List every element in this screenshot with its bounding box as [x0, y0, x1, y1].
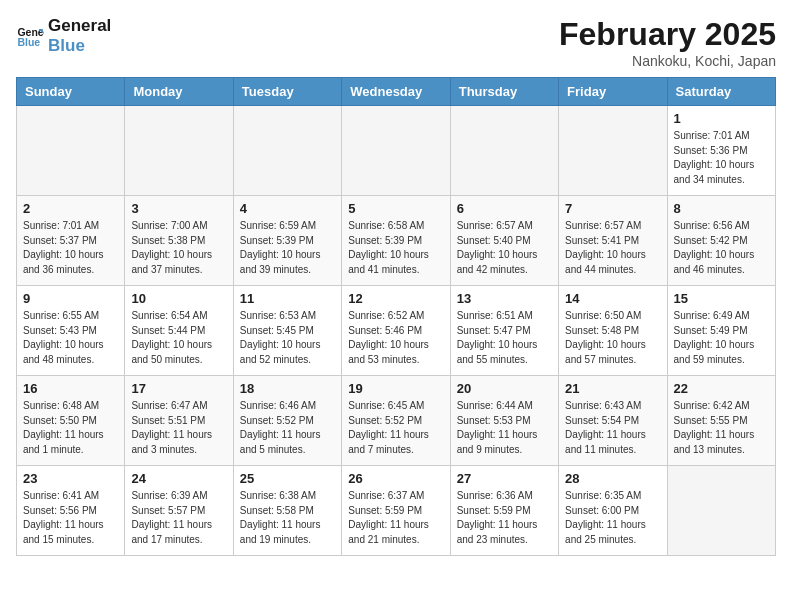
day-cell: 9Sunrise: 6:55 AM Sunset: 5:43 PM Daylig…: [17, 286, 125, 376]
day-cell: 16Sunrise: 6:48 AM Sunset: 5:50 PM Dayli…: [17, 376, 125, 466]
day-cell: [667, 466, 775, 556]
day-info: Sunrise: 6:55 AM Sunset: 5:43 PM Dayligh…: [23, 309, 118, 367]
day-number: 11: [240, 291, 335, 306]
day-cell: [559, 106, 667, 196]
day-cell: 10Sunrise: 6:54 AM Sunset: 5:44 PM Dayli…: [125, 286, 233, 376]
weekday-header-wednesday: Wednesday: [342, 78, 450, 106]
weekday-header-saturday: Saturday: [667, 78, 775, 106]
day-number: 3: [131, 201, 226, 216]
day-info: Sunrise: 6:38 AM Sunset: 5:58 PM Dayligh…: [240, 489, 335, 547]
day-info: Sunrise: 6:46 AM Sunset: 5:52 PM Dayligh…: [240, 399, 335, 457]
day-cell: 28Sunrise: 6:35 AM Sunset: 6:00 PM Dayli…: [559, 466, 667, 556]
logo-blue: Blue: [48, 36, 111, 56]
day-number: 14: [565, 291, 660, 306]
day-cell: 15Sunrise: 6:49 AM Sunset: 5:49 PM Dayli…: [667, 286, 775, 376]
day-cell: 19Sunrise: 6:45 AM Sunset: 5:52 PM Dayli…: [342, 376, 450, 466]
day-number: 21: [565, 381, 660, 396]
day-cell: 14Sunrise: 6:50 AM Sunset: 5:48 PM Dayli…: [559, 286, 667, 376]
day-info: Sunrise: 6:58 AM Sunset: 5:39 PM Dayligh…: [348, 219, 443, 277]
day-cell: [342, 106, 450, 196]
day-info: Sunrise: 6:37 AM Sunset: 5:59 PM Dayligh…: [348, 489, 443, 547]
day-cell: [450, 106, 558, 196]
weekday-header-row: SundayMondayTuesdayWednesdayThursdayFrid…: [17, 78, 776, 106]
week-row-1: 1Sunrise: 7:01 AM Sunset: 5:36 PM Daylig…: [17, 106, 776, 196]
day-cell: 6Sunrise: 6:57 AM Sunset: 5:40 PM Daylig…: [450, 196, 558, 286]
day-info: Sunrise: 6:47 AM Sunset: 5:51 PM Dayligh…: [131, 399, 226, 457]
day-info: Sunrise: 6:44 AM Sunset: 5:53 PM Dayligh…: [457, 399, 552, 457]
day-cell: [125, 106, 233, 196]
day-number: 27: [457, 471, 552, 486]
day-info: Sunrise: 6:41 AM Sunset: 5:56 PM Dayligh…: [23, 489, 118, 547]
day-number: 1: [674, 111, 769, 126]
day-info: Sunrise: 6:53 AM Sunset: 5:45 PM Dayligh…: [240, 309, 335, 367]
week-row-3: 9Sunrise: 6:55 AM Sunset: 5:43 PM Daylig…: [17, 286, 776, 376]
day-number: 9: [23, 291, 118, 306]
day-cell: 11Sunrise: 6:53 AM Sunset: 5:45 PM Dayli…: [233, 286, 341, 376]
day-cell: 22Sunrise: 6:42 AM Sunset: 5:55 PM Dayli…: [667, 376, 775, 466]
day-cell: 23Sunrise: 6:41 AM Sunset: 5:56 PM Dayli…: [17, 466, 125, 556]
day-info: Sunrise: 6:39 AM Sunset: 5:57 PM Dayligh…: [131, 489, 226, 547]
day-info: Sunrise: 6:51 AM Sunset: 5:47 PM Dayligh…: [457, 309, 552, 367]
day-cell: [233, 106, 341, 196]
day-info: Sunrise: 6:52 AM Sunset: 5:46 PM Dayligh…: [348, 309, 443, 367]
day-info: Sunrise: 7:00 AM Sunset: 5:38 PM Dayligh…: [131, 219, 226, 277]
calendar-table: SundayMondayTuesdayWednesdayThursdayFrid…: [16, 77, 776, 556]
day-number: 16: [23, 381, 118, 396]
day-info: Sunrise: 6:54 AM Sunset: 5:44 PM Dayligh…: [131, 309, 226, 367]
day-cell: 25Sunrise: 6:38 AM Sunset: 5:58 PM Dayli…: [233, 466, 341, 556]
svg-text:Blue: Blue: [17, 36, 40, 48]
week-row-5: 23Sunrise: 6:41 AM Sunset: 5:56 PM Dayli…: [17, 466, 776, 556]
day-info: Sunrise: 6:36 AM Sunset: 5:59 PM Dayligh…: [457, 489, 552, 547]
day-cell: 20Sunrise: 6:44 AM Sunset: 5:53 PM Dayli…: [450, 376, 558, 466]
day-info: Sunrise: 6:42 AM Sunset: 5:55 PM Dayligh…: [674, 399, 769, 457]
weekday-header-thursday: Thursday: [450, 78, 558, 106]
day-number: 26: [348, 471, 443, 486]
day-number: 7: [565, 201, 660, 216]
day-info: Sunrise: 6:43 AM Sunset: 5:54 PM Dayligh…: [565, 399, 660, 457]
day-cell: 27Sunrise: 6:36 AM Sunset: 5:59 PM Dayli…: [450, 466, 558, 556]
day-cell: 26Sunrise: 6:37 AM Sunset: 5:59 PM Dayli…: [342, 466, 450, 556]
logo-icon: General Blue: [16, 22, 44, 50]
weekday-header-sunday: Sunday: [17, 78, 125, 106]
title-area: February 2025 Nankoku, Kochi, Japan: [559, 16, 776, 69]
day-number: 15: [674, 291, 769, 306]
day-number: 18: [240, 381, 335, 396]
day-info: Sunrise: 6:56 AM Sunset: 5:42 PM Dayligh…: [674, 219, 769, 277]
day-cell: 3Sunrise: 7:00 AM Sunset: 5:38 PM Daylig…: [125, 196, 233, 286]
day-info: Sunrise: 6:49 AM Sunset: 5:49 PM Dayligh…: [674, 309, 769, 367]
day-info: Sunrise: 6:57 AM Sunset: 5:41 PM Dayligh…: [565, 219, 660, 277]
day-info: Sunrise: 6:45 AM Sunset: 5:52 PM Dayligh…: [348, 399, 443, 457]
day-number: 17: [131, 381, 226, 396]
day-info: Sunrise: 6:35 AM Sunset: 6:00 PM Dayligh…: [565, 489, 660, 547]
logo-general: General: [48, 16, 111, 36]
day-number: 19: [348, 381, 443, 396]
day-cell: 24Sunrise: 6:39 AM Sunset: 5:57 PM Dayli…: [125, 466, 233, 556]
day-number: 20: [457, 381, 552, 396]
location: Nankoku, Kochi, Japan: [559, 53, 776, 69]
weekday-header-monday: Monday: [125, 78, 233, 106]
day-info: Sunrise: 7:01 AM Sunset: 5:36 PM Dayligh…: [674, 129, 769, 187]
day-cell: 12Sunrise: 6:52 AM Sunset: 5:46 PM Dayli…: [342, 286, 450, 376]
day-cell: 4Sunrise: 6:59 AM Sunset: 5:39 PM Daylig…: [233, 196, 341, 286]
day-info: Sunrise: 6:59 AM Sunset: 5:39 PM Dayligh…: [240, 219, 335, 277]
day-cell: 2Sunrise: 7:01 AM Sunset: 5:37 PM Daylig…: [17, 196, 125, 286]
day-cell: 13Sunrise: 6:51 AM Sunset: 5:47 PM Dayli…: [450, 286, 558, 376]
week-row-4: 16Sunrise: 6:48 AM Sunset: 5:50 PM Dayli…: [17, 376, 776, 466]
day-cell: 5Sunrise: 6:58 AM Sunset: 5:39 PM Daylig…: [342, 196, 450, 286]
day-cell: 21Sunrise: 6:43 AM Sunset: 5:54 PM Dayli…: [559, 376, 667, 466]
day-cell: 1Sunrise: 7:01 AM Sunset: 5:36 PM Daylig…: [667, 106, 775, 196]
day-number: 12: [348, 291, 443, 306]
weekday-header-tuesday: Tuesday: [233, 78, 341, 106]
day-number: 8: [674, 201, 769, 216]
logo: General Blue General Blue: [16, 16, 111, 57]
weekday-header-friday: Friday: [559, 78, 667, 106]
day-number: 24: [131, 471, 226, 486]
day-number: 22: [674, 381, 769, 396]
day-number: 5: [348, 201, 443, 216]
week-row-2: 2Sunrise: 7:01 AM Sunset: 5:37 PM Daylig…: [17, 196, 776, 286]
day-number: 10: [131, 291, 226, 306]
day-number: 23: [23, 471, 118, 486]
day-number: 25: [240, 471, 335, 486]
day-number: 13: [457, 291, 552, 306]
day-number: 6: [457, 201, 552, 216]
